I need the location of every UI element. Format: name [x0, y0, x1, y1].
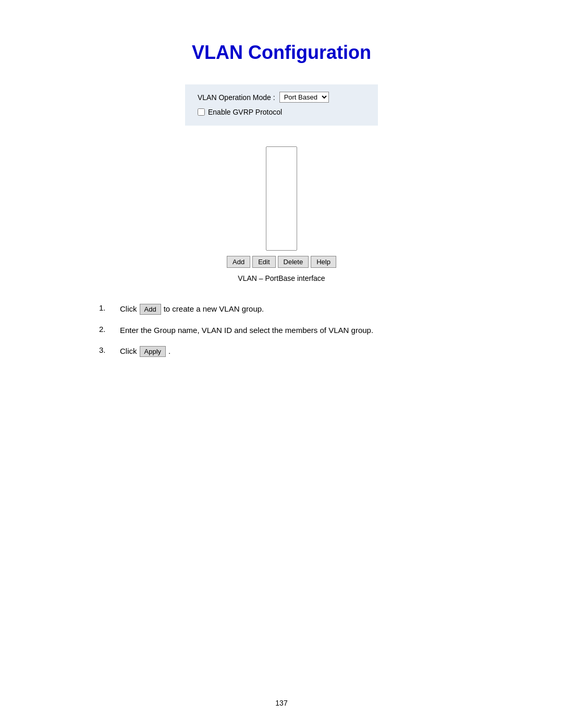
instruction-3: 3. Click Apply . — [99, 346, 464, 357]
vlan-mode-select[interactable]: Port Based 802.1Q — [279, 92, 329, 103]
instructions-section: 1. Click Add to create a new VLAN group.… — [99, 303, 464, 367]
button-row: Add Edit Delete Help — [227, 256, 336, 268]
page-number: 137 — [275, 699, 287, 707]
instr3-after: . — [168, 346, 170, 357]
edit-button[interactable]: Edit — [252, 256, 275, 268]
page-title: VLAN Configuration — [192, 42, 371, 64]
instruction-number-1: 1. — [99, 303, 120, 312]
inline-add-button[interactable]: Add — [140, 304, 161, 315]
inline-apply-button[interactable]: Apply — [140, 346, 166, 357]
instr1-before: Click — [120, 303, 137, 315]
page-container: VLAN Configuration VLAN Operation Mode :… — [0, 0, 563, 728]
instruction-2: 2. Enter the Group name, VLAN ID and sel… — [99, 325, 464, 337]
instruction-text-1: Click Add to create a new VLAN group. — [120, 303, 464, 315]
instr2-text: Enter the Group name, VLAN ID and select… — [120, 325, 373, 337]
interface-caption: VLAN – PortBase interface — [238, 274, 325, 282]
gvrp-label: Enable GVRP Protocol — [208, 108, 282, 116]
add-button[interactable]: Add — [227, 256, 250, 268]
instruction-number-3: 3. — [99, 346, 120, 354]
help-button[interactable]: Help — [311, 256, 336, 268]
instruction-text-3: Click Apply . — [120, 346, 464, 357]
vlan-listbox[interactable] — [266, 146, 297, 251]
mode-label: VLAN Operation Mode : — [198, 93, 275, 102]
instr3-before: Click — [120, 346, 137, 357]
instr1-after: to create a new VLAN group. — [164, 303, 264, 315]
instruction-number-2: 2. — [99, 325, 120, 334]
delete-button[interactable]: Delete — [278, 256, 309, 268]
gvrp-checkbox[interactable] — [198, 108, 205, 116]
gvrp-row: Enable GVRP Protocol — [198, 108, 365, 116]
instruction-text-2: Enter the Group name, VLAN ID and select… — [120, 325, 464, 337]
mode-row: VLAN Operation Mode : Port Based 802.1Q — [198, 92, 365, 103]
vlan-interface-section: Add Edit Delete Help VLAN – PortBase int… — [227, 146, 336, 282]
instruction-1: 1. Click Add to create a new VLAN group. — [99, 303, 464, 315]
config-box: VLAN Operation Mode : Port Based 802.1Q … — [185, 84, 378, 126]
